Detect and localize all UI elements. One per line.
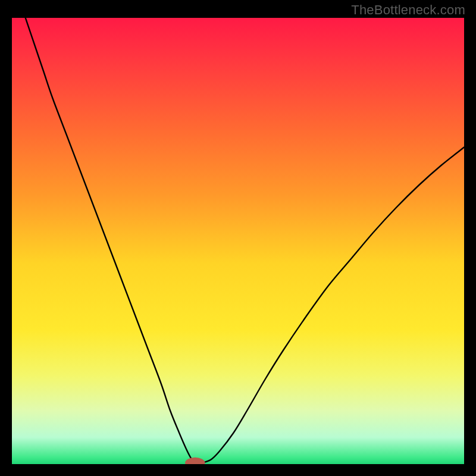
bottleneck-chart (12, 18, 464, 464)
watermark-text: TheBottleneck.com (351, 2, 465, 18)
plot-area (12, 18, 464, 464)
chart-frame: TheBottleneck.com (0, 0, 476, 476)
gradient-background (12, 18, 464, 464)
